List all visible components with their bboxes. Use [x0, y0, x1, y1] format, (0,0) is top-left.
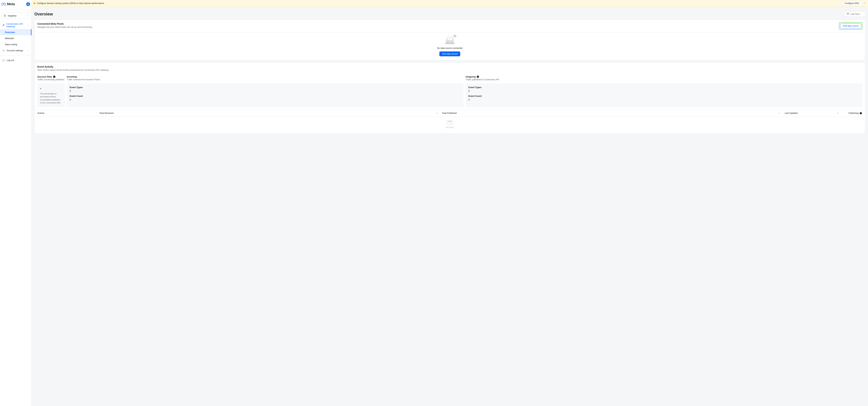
chevron-up-icon [27, 24, 29, 26]
success-rate-block: Success Rate i Traffic successfully publ… [37, 74, 65, 107]
no-data-text: No Data [446, 126, 454, 128]
col-divider [97, 112, 97, 115]
warning-dot-icon [33, 2, 35, 4]
add-data-source-button[interactable]: Add data source [840, 24, 861, 28]
nav-child-data-routing[interactable]: Data routing [0, 41, 31, 48]
brand[interactable]: Meta [0, 2, 15, 6]
logout-icon [2, 59, 5, 61]
info-icon[interactable]: i [477, 76, 479, 78]
incoming-block: Incoming Traffic received from browser P… [67, 74, 464, 107]
account-avatar: E [3, 14, 6, 17]
rocket-icon [2, 24, 4, 26]
col-publishing[interactable]: Publishing i [843, 112, 862, 114]
nav-parent-label: Conversions API Gateway [6, 23, 26, 28]
divider [0, 9, 31, 10]
main: Configure domain naming system (DNS) to … [32, 0, 868, 406]
chevron-down-icon [27, 50, 29, 52]
col-divider [440, 112, 440, 115]
page-header: Overview Last Hour [32, 7, 868, 20]
card-title: Event Activity [37, 65, 53, 68]
card-header: Event Activity View metrics about recent… [35, 63, 865, 74]
empty-text: No data source connected [437, 47, 462, 49]
nav-logout[interactable]: Log out [0, 57, 31, 63]
nav-label: Log out [7, 59, 14, 61]
event-types-label: Event Types [468, 86, 860, 89]
chevron-down-icon [26, 14, 28, 17]
account-selector[interactable]: E elxglokw [1, 12, 30, 19]
configure-dns-button[interactable]: Configure DNS [842, 1, 861, 5]
envelope-icon [447, 121, 453, 124]
highlight-box: Add data source [839, 22, 862, 29]
account-name: elxglokw [8, 14, 25, 17]
nav-child-label: Websites [5, 37, 14, 40]
metric-subtitle: Traffic received from browser Pixels [67, 78, 464, 81]
metric-title: Incoming [67, 76, 77, 78]
col-total-received[interactable]: Total Received [99, 112, 438, 114]
col-events[interactable]: Events [38, 112, 95, 114]
nav-child-overview[interactable]: Overview [0, 29, 31, 35]
svg-rect-2 [847, 13, 849, 14]
col-label: Publishing [848, 112, 859, 114]
metric-title: Outgoing [466, 76, 476, 78]
col-divider [782, 112, 783, 115]
time-range-label: Last Hour [850, 13, 860, 15]
page-title: Overview [34, 12, 53, 17]
add-data-source-cta-button[interactable]: Add data source [439, 52, 460, 56]
close-icon[interactable] [863, 1, 866, 5]
nav-account-settings[interactable]: Account settings [0, 48, 31, 54]
empty-state: No data source connected Add data source [35, 32, 865, 60]
profile-avatar[interactable] [26, 2, 30, 6]
metrics-row: Success Rate i Traffic successfully publ… [35, 74, 865, 110]
col-label: Last Updated [785, 112, 798, 114]
brand-name: Meta [7, 2, 15, 6]
sidebar: Meta E elxglokw Conversions API Gateway … [0, 0, 32, 406]
nav-child-label: Overview [5, 31, 15, 33]
success-rate-note: The percentage of processed events succe… [40, 92, 62, 104]
event-activity-card: Event Activity View metrics about recent… [34, 62, 865, 134]
svg-point-0 [28, 3, 28, 4]
info-icon[interactable]: i [860, 112, 862, 114]
event-count-value: 0 [70, 98, 461, 101]
empty-illustration-icon [444, 35, 455, 45]
col-label: Total Published [442, 112, 457, 114]
event-types-label: Event Types [70, 86, 461, 89]
col-last-updated[interactable]: Last Updated [785, 112, 838, 114]
event-count-label: Event Count [468, 95, 860, 97]
nav-parent-capi[interactable]: Conversions API Gateway [0, 21, 31, 29]
col-total-published[interactable]: Total Published [442, 112, 780, 114]
nav-child-websites[interactable]: Websites [0, 35, 31, 41]
card-title: Connected Meta Pixels [37, 22, 93, 25]
svg-point-1 [3, 50, 4, 51]
card-subtitle: Manage how your Meta Pixels are set up a… [37, 26, 93, 28]
brand-row: Meta [0, 0, 31, 8]
dns-banner: Configure domain naming system (DNS) to … [32, 0, 868, 7]
chevron-down-icon [861, 13, 863, 15]
banner-text: Configure domain naming system (DNS) to … [37, 2, 841, 4]
event-count-label: Event Count [70, 95, 461, 97]
nav-child-label: Data routing [5, 43, 17, 46]
success-rate-value: - [40, 86, 62, 91]
metric-title: Success Rate [37, 76, 52, 78]
metric-subtitle: Traffic published to Conversions API [466, 78, 862, 81]
metric-subtitle: Traffic successfully published [37, 78, 65, 81]
calendar-icon [847, 12, 849, 16]
col-label: Total Received [99, 112, 114, 114]
outgoing-block: Outgoing i Traffic published to Conversi… [466, 74, 862, 107]
nav-label: Account settings [7, 49, 23, 52]
time-range-selector[interactable]: Last Hour [845, 11, 865, 17]
event-types-value: 0 [468, 90, 860, 92]
col-label: Events [38, 112, 44, 114]
gear-icon [2, 49, 5, 52]
meta-logo-icon [1, 3, 6, 6]
sort-icon [837, 112, 838, 114]
card-header: Connected Meta Pixels Manage how your Me… [35, 20, 865, 32]
table-header: Events Total Received Total Published [36, 110, 863, 116]
event-count-value: 0 [468, 98, 860, 101]
event-types-value: 0 [70, 90, 461, 92]
sort-icon [436, 112, 438, 114]
sort-icon [779, 112, 780, 114]
events-table: Events Total Received Total Published [35, 110, 865, 134]
connected-pixels-card: Connected Meta Pixels Manage how your Me… [34, 20, 865, 60]
info-icon[interactable]: i [53, 76, 55, 78]
card-subtitle: View metrics about recent events process… [37, 69, 108, 71]
